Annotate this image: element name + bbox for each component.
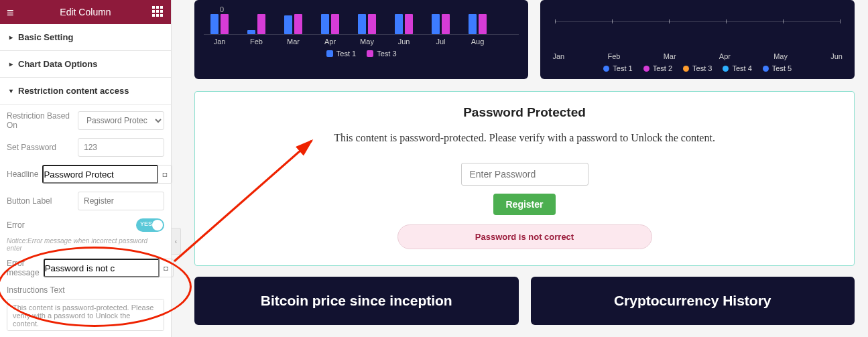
bar-group bbox=[321, 14, 339, 34]
sidebar: Edit Column ▸ Basic Setting ▸ Chart Data… bbox=[0, 0, 172, 337]
bar-group bbox=[247, 14, 265, 34]
bar bbox=[469, 14, 477, 34]
input-set-password[interactable] bbox=[78, 138, 164, 157]
bar bbox=[247, 30, 255, 34]
y-axis-zero: 0 bbox=[220, 5, 224, 13]
caret-right-icon: ▸ bbox=[9, 33, 13, 41]
input-error-message[interactable] bbox=[44, 259, 160, 277]
bar bbox=[432, 14, 440, 34]
label-headline: Headline bbox=[7, 170, 38, 179]
x-tick-label: Jun bbox=[395, 38, 413, 46]
line-x-labels: JanFebMarAprMayJun bbox=[550, 48, 845, 60]
bar bbox=[358, 14, 366, 34]
bar-legend: Test 1Test 3 bbox=[204, 50, 519, 58]
password-title: Password Protected bbox=[215, 105, 834, 120]
bar-group bbox=[432, 14, 450, 34]
bar-chart: 0 bbox=[204, 5, 519, 35]
dynamic-tag-icon[interactable]: ◘ bbox=[159, 259, 174, 277]
notice-error: Notice:Error message when incorrect pass… bbox=[7, 237, 164, 252]
legend-dot bbox=[763, 66, 769, 72]
password-error-banner: Password is not correct bbox=[397, 224, 652, 249]
toggle-error[interactable]: YES bbox=[136, 218, 164, 232]
x-tick-label: Jul bbox=[432, 38, 450, 46]
register-button[interactable]: Register bbox=[493, 194, 555, 215]
x-tick-label: Feb bbox=[247, 38, 265, 46]
line-chart bbox=[550, 21, 845, 48]
password-input[interactable] bbox=[461, 163, 588, 186]
x-tick-label: Mar bbox=[664, 52, 676, 60]
line-legend: Test 1Test 2Test 3Test 4Test 5 bbox=[550, 64, 845, 72]
legend-item[interactable]: Test 1 bbox=[326, 50, 356, 58]
legend-swatch bbox=[326, 50, 333, 57]
panel-title: Edit Column bbox=[19, 7, 152, 17]
x-tick-label: Feb bbox=[607, 52, 620, 60]
legend-item[interactable]: Test 2 bbox=[643, 64, 672, 72]
x-tick-label: Mar bbox=[284, 38, 302, 46]
legend-item[interactable]: Test 3 bbox=[367, 50, 396, 58]
bar-group bbox=[469, 14, 487, 34]
legend-swatch bbox=[367, 50, 373, 57]
x-tick-label: Apr bbox=[321, 38, 339, 46]
chart-bar-card: 0 JanFebMarAprMayJunJulAug Test 1Test 3 bbox=[194, 0, 528, 79]
legend-dot bbox=[603, 66, 609, 72]
bar-group bbox=[210, 14, 229, 34]
chart-line-card: JanFebMarAprMayJun Test 1Test 2Test 3Tes… bbox=[540, 0, 855, 79]
caret-down-icon: ▾ bbox=[9, 87, 13, 94]
x-tick-label: Jan bbox=[552, 52, 564, 60]
bottom-cards-row: Bitcoin price since inception Cryptocurr… bbox=[194, 277, 855, 325]
sidebar-header: Edit Column bbox=[0, 0, 171, 24]
restriction-panel: Restriction Based On Password Protected … bbox=[0, 105, 171, 333]
bar bbox=[368, 14, 376, 34]
legend-dot bbox=[643, 66, 649, 72]
section-restriction-content-access[interactable]: ▾ Restriction content access bbox=[0, 78, 171, 105]
section-chart-data-options[interactable]: ▸ Chart Data Options bbox=[0, 51, 171, 78]
x-tick-label: May bbox=[358, 38, 376, 46]
card-crypto-history: Cryptocurrency History bbox=[531, 277, 855, 325]
dynamic-tag-icon[interactable]: ◘ bbox=[158, 165, 172, 184]
input-headline[interactable] bbox=[42, 165, 158, 184]
bar-x-labels: JanFebMarAprMayJunJulAug bbox=[204, 35, 519, 46]
bar bbox=[479, 14, 487, 34]
bar-group bbox=[284, 14, 302, 34]
card-bitcoin-price: Bitcoin price since inception bbox=[194, 277, 519, 325]
charts-row: 0 JanFebMarAprMayJunJulAug Test 1Test 3 … bbox=[194, 0, 855, 79]
password-description: This content is password-protected. Plea… bbox=[215, 132, 834, 144]
apps-icon[interactable] bbox=[152, 6, 164, 18]
legend-dot bbox=[723, 66, 729, 72]
main-preview: 0 JanFebMarAprMayJunJulAug Test 1Test 3 … bbox=[181, 0, 868, 337]
input-button-label[interactable] bbox=[78, 192, 164, 210]
x-tick-label: Jan bbox=[210, 38, 229, 46]
x-tick-label: Apr bbox=[719, 52, 731, 60]
bar bbox=[294, 14, 302, 34]
bar bbox=[405, 14, 413, 34]
bar bbox=[321, 14, 329, 34]
label-instructions-text: Instructions Text bbox=[7, 285, 164, 295]
caret-right-icon: ▸ bbox=[9, 60, 13, 68]
bar bbox=[257, 14, 265, 34]
bar bbox=[331, 14, 339, 34]
password-protected-card: Password Protected This content is passw… bbox=[194, 91, 855, 266]
legend-item[interactable]: Test 5 bbox=[763, 64, 792, 72]
legend-item[interactable]: Test 4 bbox=[723, 64, 751, 72]
legend-item[interactable]: Test 3 bbox=[683, 64, 712, 72]
legend-item[interactable]: Test 1 bbox=[603, 64, 632, 72]
collapse-sidebar-button[interactable]: ‹ bbox=[172, 228, 181, 255]
label-set-password: Set Password bbox=[7, 143, 74, 152]
bar-group bbox=[395, 14, 413, 34]
legend-dot bbox=[683, 66, 689, 72]
menu-icon[interactable] bbox=[7, 6, 19, 18]
bar bbox=[221, 14, 229, 34]
bar bbox=[442, 14, 450, 34]
bar-group bbox=[358, 14, 376, 34]
select-restriction-based-on[interactable]: Password Protected bbox=[78, 111, 164, 130]
bar bbox=[395, 14, 403, 34]
label-error: Error bbox=[7, 220, 74, 230]
bar bbox=[284, 15, 292, 34]
textarea-instructions[interactable]: This content is password-protected. Plea… bbox=[7, 299, 164, 331]
label-restriction-based-on: Restriction Based On bbox=[7, 111, 74, 130]
label-error-message: Error message bbox=[7, 259, 40, 277]
x-tick-label: Jun bbox=[830, 52, 843, 60]
section-basic-setting[interactable]: ▸ Basic Setting bbox=[0, 24, 171, 51]
x-tick-label: May bbox=[773, 52, 788, 60]
x-tick-label: Aug bbox=[469, 38, 487, 46]
